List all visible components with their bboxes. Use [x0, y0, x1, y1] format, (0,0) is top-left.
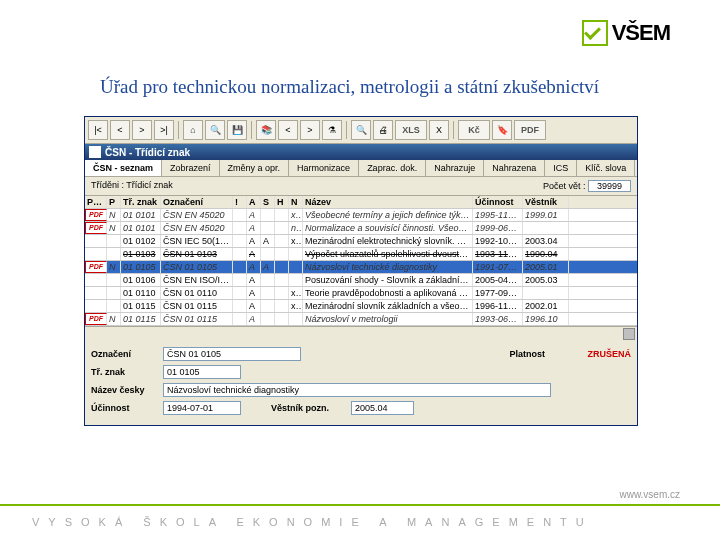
detail-uc-label: Účinnost — [91, 403, 163, 413]
window-title: ČSN - Třídicí znak — [105, 147, 190, 158]
detail-oznaceni-field[interactable] — [163, 347, 301, 361]
detail-nazev-field[interactable] — [163, 383, 551, 397]
find-button[interactable]: 🔍 — [205, 120, 225, 140]
window-titlebar: ČSN - Třídicí znak — [85, 144, 637, 160]
brand-logo: VŠEM — [582, 20, 670, 46]
col-header[interactable]: Věstník — [523, 196, 569, 208]
tab-2[interactable]: Změny a opr. — [220, 160, 290, 176]
doc-icon — [89, 146, 101, 158]
col-header[interactable]: P — [107, 196, 121, 208]
table-row[interactable]: 01 0103ČSN 01 0103AVýpočet ukazatelů spo… — [85, 248, 637, 261]
col-header[interactable]: H — [275, 196, 289, 208]
table-row[interactable]: 01 0102ČSN IEC 50(191)AAx1Mezinárodní el… — [85, 235, 637, 248]
footer-text: VYSOKÁ ŠKOLA EKONOMIE A MANAGEMENTU — [32, 516, 593, 528]
col-header[interactable]: PDF — [85, 196, 107, 208]
table-row[interactable]: PDFN01 0105ČSN 01 0105AANázvosloví techn… — [85, 261, 637, 274]
col-header[interactable]: Označení — [161, 196, 233, 208]
tab-1[interactable]: Zobrazení — [162, 160, 220, 176]
page-title: Úřad pro technickou normalizaci, metrolo… — [100, 76, 599, 98]
detail-panel: Označení Platnost ZRUŠENÁ Tř. znak Název… — [85, 339, 637, 425]
count-value: 39999 — [588, 180, 631, 192]
nav-last-button[interactable]: >| — [154, 120, 174, 140]
filter-bar: Tříděni : Třídicí znak Počet vět : 39999 — [85, 177, 637, 196]
col-header[interactable]: Název — [303, 196, 473, 208]
table-row[interactable]: 01 0106ČSN EN ISO/IEC 17000APosuzování s… — [85, 274, 637, 287]
library-button[interactable]: 📚 — [256, 120, 276, 140]
nav-prev-button[interactable]: < — [110, 120, 130, 140]
table-row[interactable]: 01 0110ČSN 01 0110Ax2Teorie pravděpodobn… — [85, 287, 637, 300]
table-row[interactable]: PDFN01 0101ČSN EN 45020An1Normalizace a … — [85, 222, 637, 235]
table-row[interactable]: PDFN01 0115ČSN 01 0115ANázvosloví v metr… — [85, 313, 637, 326]
detail-uc-field[interactable] — [163, 401, 241, 415]
pdf-button[interactable]: PDF — [514, 120, 546, 140]
home-button[interactable]: ⌂ — [183, 120, 203, 140]
save-button[interactable]: 💾 — [227, 120, 247, 140]
zoom-button[interactable]: 🔍 — [351, 120, 371, 140]
col-header[interactable]: Účinnost — [473, 196, 523, 208]
col-header[interactable]: Tř. znak — [121, 196, 161, 208]
footer-url: www.vsem.cz — [619, 489, 680, 500]
results-grid: PDFPTř. znakOznačení!ASHNNázevÚčinnostVě… — [85, 196, 637, 339]
detail-ve-field[interactable] — [351, 401, 414, 415]
pdf-icon: PDF — [85, 261, 107, 273]
pdf-icon: PDF — [85, 222, 107, 234]
xls-button[interactable]: XLS — [395, 120, 427, 140]
excel-button[interactable]: X — [429, 120, 449, 140]
lt-button[interactable]: < — [278, 120, 298, 140]
tab-8[interactable]: Klíč. slova — [577, 160, 635, 176]
tab-4[interactable]: Zaprac. dok. — [359, 160, 426, 176]
tab-3[interactable]: Harmonizace — [289, 160, 359, 176]
bookmark-button[interactable]: 🔖 — [492, 120, 512, 140]
detail-oznaceni-label: Označení — [91, 349, 163, 359]
h-scrollbar[interactable] — [85, 326, 637, 339]
price-button[interactable]: Kč — [458, 120, 490, 140]
table-row[interactable]: 01 0115ČSN 01 0115Ax2Mezinárodní slovník… — [85, 300, 637, 313]
count-label: Počet vět : — [543, 181, 586, 191]
nav-next-button[interactable]: > — [132, 120, 152, 140]
nav-first-button[interactable]: |< — [88, 120, 108, 140]
pdf-icon: PDF — [85, 313, 107, 325]
detail-platnost-label: Platnost — [509, 349, 581, 359]
app-window: |< < > >| ⌂ 🔍 💾 📚 < > ⚗ 🔍 🖨 XLS X Kč 🔖 P… — [84, 116, 638, 426]
detail-tz-label: Tř. znak — [91, 367, 163, 377]
tab-5[interactable]: Nahrazuje — [426, 160, 484, 176]
print-button[interactable]: 🖨 — [373, 120, 393, 140]
detail-nazev-label: Název česky — [91, 385, 163, 395]
pdf-icon: PDF — [85, 209, 107, 221]
sort-value: Třídicí znak — [126, 180, 173, 190]
detail-ve-label: Věstník pozn. — [271, 403, 351, 413]
col-header[interactable]: ! — [233, 196, 247, 208]
table-row[interactable]: PDFN01 0101ČSN EN 45020Ax1Všeobecné term… — [85, 209, 637, 222]
col-header[interactable]: S — [261, 196, 275, 208]
status-badge: ZRUŠENÁ — [587, 349, 631, 359]
footer-divider — [0, 504, 720, 506]
col-header[interactable]: N — [289, 196, 303, 208]
col-header[interactable]: A — [247, 196, 261, 208]
tab-7[interactable]: ICS — [545, 160, 577, 176]
tab-6[interactable]: Nahrazena — [484, 160, 545, 176]
check-icon — [582, 20, 608, 46]
tab-0[interactable]: ČSN - seznam — [85, 160, 162, 176]
sort-label: Tříděni : — [91, 180, 124, 190]
brand-name: VŠEM — [612, 20, 670, 46]
grid-header: PDFPTř. znakOznačení!ASHNNázevÚčinnostVě… — [85, 196, 637, 209]
tabs: ČSN - seznamZobrazeníZměny a opr.Harmoni… — [85, 160, 637, 177]
filter-button[interactable]: ⚗ — [322, 120, 342, 140]
gt-button[interactable]: > — [300, 120, 320, 140]
toolbar: |< < > >| ⌂ 🔍 💾 📚 < > ⚗ 🔍 🖨 XLS X Kč 🔖 P… — [85, 117, 637, 144]
detail-tz-field[interactable] — [163, 365, 241, 379]
